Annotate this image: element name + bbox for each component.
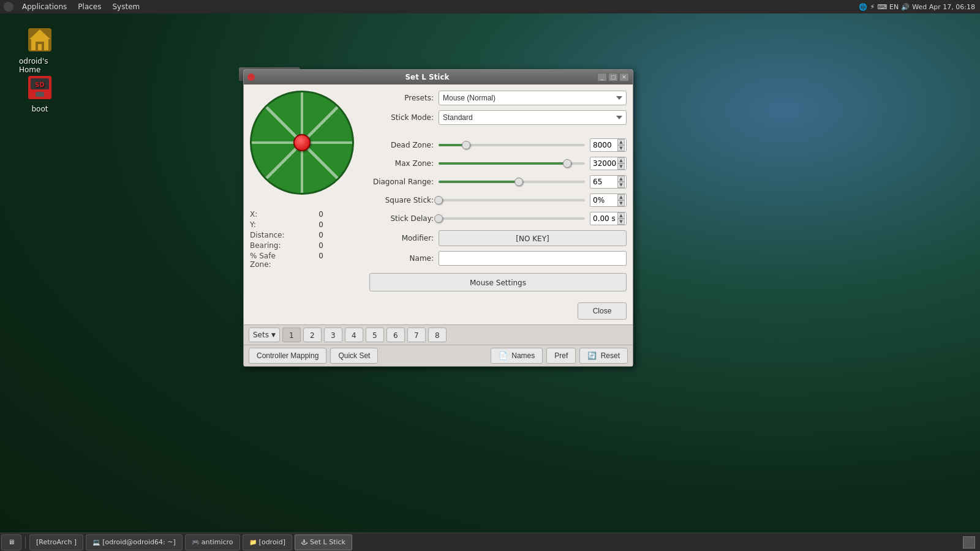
modifier-label: Modifier:: [369, 234, 434, 242]
show-desktop-right[interactable]: [963, 536, 975, 549]
name-input[interactable]: [439, 251, 627, 266]
window-body: X: 0 Y: 0 Distance: 0 Bearing: 0: [244, 84, 633, 298]
setstick-label: Set L Stick: [310, 538, 345, 546]
controller-mapping-button[interactable]: Controller Mapping: [249, 348, 326, 364]
set-tab-6[interactable]: 6: [386, 328, 405, 342]
square-stick-value-box: 0% ▲ ▼: [590, 193, 627, 207]
set-tab-3[interactable]: 3: [324, 328, 342, 342]
diagonal-range-track[interactable]: [439, 181, 585, 183]
set-tab-1[interactable]: 1: [282, 328, 301, 342]
max-zone-spinner[interactable]: ▲ ▼: [617, 157, 625, 170]
window-titlebar: Set L Stick _ □ ✕: [244, 70, 633, 84]
maximize-button[interactable]: □: [608, 73, 618, 81]
max-zone-track[interactable]: [439, 162, 585, 165]
diagonal-range-row: Diagonal Range: 65 ▲ ▼: [369, 175, 627, 189]
stick-center: [293, 134, 311, 151]
sets-dropdown[interactable]: Sets ▼: [249, 328, 280, 342]
pref-button[interactable]: Pref: [546, 348, 576, 364]
taskbar-show-desktop[interactable]: 🖥: [1, 534, 21, 550]
safe-zone-value: 0: [305, 252, 323, 269]
odroid-label: [odroid]: [259, 538, 285, 546]
stat-safe-zone: % Safe Zone: 0: [250, 252, 363, 269]
taskbar-odroid[interactable]: 📁 [odroid]: [243, 534, 292, 550]
taskbar-right-area: [963, 536, 980, 549]
set-tab-4[interactable]: 4: [345, 328, 363, 342]
set-tab-2[interactable]: 2: [303, 328, 322, 342]
square-stick-thumb[interactable]: [434, 196, 443, 204]
stick-delay-track[interactable]: [439, 217, 585, 220]
dead-zone-row: Dead Zone: 8000 ▲ ▼: [369, 138, 627, 152]
max-zone-down[interactable]: ▼: [617, 163, 625, 170]
presets-label: Presets:: [369, 94, 434, 102]
taskbar-terminal[interactable]: 💻 [odroid@odroid64: ~]: [86, 534, 183, 550]
home-icon: [25, 25, 55, 54]
retro-label: [RetroArch ]: [36, 538, 77, 546]
tabs-bar: Sets ▼ 1 2 3 4 5 6 7 8: [244, 324, 633, 345]
stick-delay-thumb[interactable]: [434, 214, 443, 223]
dead-zone-spinner[interactable]: ▲ ▼: [617, 139, 625, 151]
datetime: Wed Apr 17, 06:18: [912, 3, 975, 11]
bluetooth-icon: ⚡: [870, 3, 875, 11]
set-tab-7[interactable]: 7: [407, 328, 426, 342]
stick-delay-up[interactable]: ▲: [617, 212, 625, 219]
stat-x: X: 0: [250, 210, 363, 219]
diagonal-range-value-box: 65 ▲ ▼: [590, 175, 627, 189]
dead-zone-thumb[interactable]: [462, 141, 470, 149]
mouse-settings-button[interactable]: Mouse Settings: [369, 273, 627, 291]
stat-distance: Distance: 0: [250, 231, 363, 239]
menu-applications[interactable]: Applications: [17, 1, 72, 12]
svg-text:SD: SD: [35, 81, 45, 88]
set-tab-5[interactable]: 5: [366, 328, 384, 342]
set-tab-8[interactable]: 8: [428, 328, 447, 342]
left-panel: X: 0 Y: 0 Distance: 0 Bearing: 0: [250, 91, 363, 291]
stick-delay-spinner[interactable]: ▲ ▼: [617, 212, 625, 225]
close-button[interactable]: ✕: [619, 73, 629, 81]
diagonal-range-fill: [439, 181, 519, 183]
max-zone-up[interactable]: ▲: [617, 157, 625, 163]
taskbar-retro[interactable]: [RetroArch ]: [29, 534, 83, 550]
stick-mode-select[interactable]: Standard Eight Way Four Way Diagonal: [439, 110, 627, 125]
titlebar-right: _ □ ✕: [597, 73, 629, 81]
minimize-button[interactable]: _: [597, 73, 607, 81]
terminal-icon-small: 💻: [92, 539, 100, 545]
action-bar: Controller Mapping Quick Set 📄 Names Pre…: [244, 345, 633, 366]
reset-button[interactable]: 🔄 Reset: [579, 348, 628, 364]
dead-zone-down[interactable]: ▼: [617, 145, 625, 151]
dead-zone-track[interactable]: [439, 144, 585, 146]
taskbar-antimicro[interactable]: 🎮 antimicro: [185, 534, 240, 550]
sets-label: Sets: [253, 331, 269, 339]
diagonal-range-thumb[interactable]: [514, 178, 523, 186]
bearing-value: 0: [305, 241, 323, 250]
close-dot[interactable]: [247, 73, 255, 81]
stick-circle[interactable]: [250, 91, 354, 195]
square-stick-track[interactable]: [439, 199, 585, 201]
quick-set-button[interactable]: Quick Set: [330, 348, 378, 364]
titlebar-left: [247, 73, 257, 81]
stick-delay-down[interactable]: ▼: [617, 219, 625, 225]
name-label: Name:: [369, 254, 434, 263]
menu-system[interactable]: System: [107, 1, 145, 12]
square-stick-down[interactable]: ▼: [617, 200, 625, 206]
diagonal-range-spinner[interactable]: ▲ ▼: [617, 176, 625, 188]
reset-icon: 🔄: [587, 351, 597, 360]
max-zone-row: Max Zone: 32000 ▲ ▼: [369, 157, 627, 170]
diagonal-range-up[interactable]: ▲: [617, 176, 625, 182]
desktop-icon-boot[interactable]: SD boot: [15, 69, 64, 117]
max-zone-thumb[interactable]: [563, 159, 571, 168]
taskbar-separator-1: [25, 536, 26, 549]
dead-zone-up[interactable]: ▲: [617, 139, 625, 145]
app-menu[interactable]: Applications Places System: [0, 1, 148, 12]
presets-select[interactable]: Mouse (Normal) Mouse (Fast) Mouse (Slow)…: [439, 91, 627, 105]
names-button[interactable]: 📄 Names: [491, 348, 543, 364]
main-window: Set L Stick _ □ ✕ X: 0: [243, 69, 633, 367]
close-dialog-button[interactable]: Close: [578, 302, 627, 320]
square-stick-up[interactable]: ▲: [617, 194, 625, 200]
window-title: Set L Stick: [405, 73, 449, 81]
menu-places[interactable]: Places: [73, 1, 106, 12]
taskbar-setstick[interactable]: 🕹 Set L Stick: [295, 534, 352, 550]
taskbar-bottom: 🖥 [RetroArch ] 💻 [odroid@odroid64: ~] 🎮 …: [0, 533, 980, 551]
diagonal-range-down[interactable]: ▼: [617, 182, 625, 188]
stick-delay-label: Stick Delay:: [369, 214, 434, 223]
square-stick-spinner[interactable]: ▲ ▼: [617, 194, 625, 206]
modifier-button[interactable]: [NO KEY]: [439, 230, 627, 246]
